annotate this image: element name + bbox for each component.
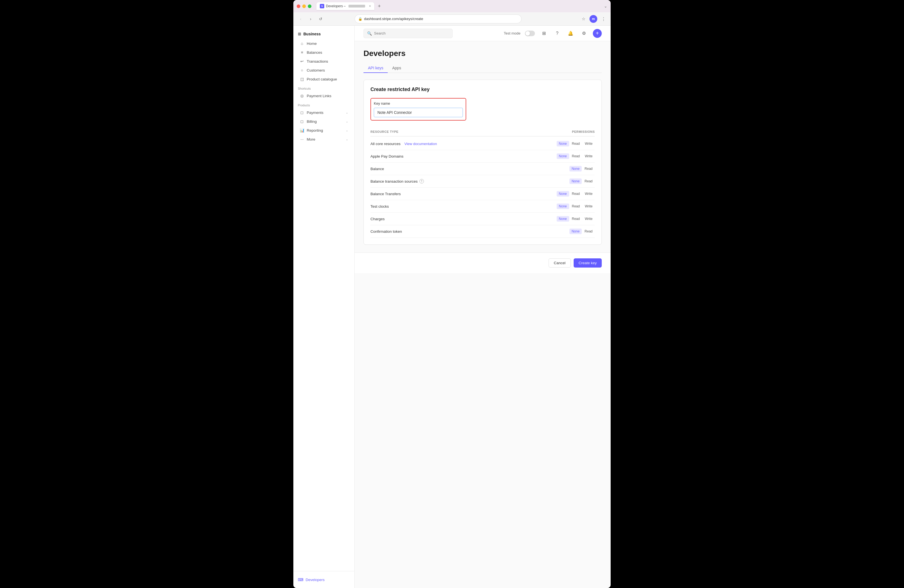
active-tab[interactable]: S Developers – × bbox=[316, 2, 375, 10]
none-button[interactable]: None bbox=[569, 229, 582, 234]
help-icon-button[interactable]: ? bbox=[553, 29, 562, 38]
sidebar-business[interactable]: ⊞ Business bbox=[293, 29, 354, 39]
bookmark-button[interactable]: ☆ bbox=[580, 15, 587, 23]
settings-icon-button[interactable]: ⚙ bbox=[580, 29, 588, 38]
card-title: Create restricted API key bbox=[370, 87, 595, 92]
help-icon[interactable]: ? bbox=[419, 179, 424, 183]
topbar-right: Test mode ⊞ ? 🔔 ⚙ + bbox=[504, 29, 602, 38]
permissions-header: RESOURCE TYPE PERMISSIONS bbox=[370, 127, 595, 136]
write-button[interactable]: Write bbox=[583, 216, 595, 221]
write-button[interactable]: Write bbox=[583, 153, 595, 159]
read-button[interactable]: Read bbox=[570, 141, 582, 147]
billing-icon: ◻ bbox=[299, 119, 305, 123]
forward-button[interactable]: › bbox=[307, 15, 315, 23]
write-button[interactable]: Write bbox=[583, 141, 595, 147]
sidebar-item-payment-links[interactable]: ◎ Payment Links bbox=[295, 92, 352, 100]
new-tab-button[interactable]: + bbox=[375, 2, 383, 10]
sidebar-bottom: ⌨ Developers bbox=[293, 571, 354, 585]
resource-name: Test clocks bbox=[370, 204, 389, 209]
sidebar-item-home[interactable]: ⌂ Home bbox=[295, 39, 352, 47]
tab-close-button[interactable]: × bbox=[369, 4, 371, 8]
sidebar-item-transactions[interactable]: ↩ Transactions bbox=[295, 57, 352, 65]
sidebar-item-payments[interactable]: ◻ Payments ⌄ bbox=[295, 108, 352, 117]
read-button[interactable]: Read bbox=[570, 216, 582, 221]
page-title: Developers bbox=[363, 49, 602, 58]
none-button[interactable]: None bbox=[557, 191, 569, 196]
chevron-down-icon: ⌄ bbox=[346, 129, 348, 132]
view-documentation-link[interactable]: View documentation bbox=[405, 142, 437, 146]
perm-row-balance-transfers: Balance Transfers None Read Write bbox=[370, 188, 595, 200]
url-bar[interactable]: 🔒 dashboard.stripe.com/apikeys/create bbox=[355, 14, 522, 24]
back-button[interactable]: ‹ bbox=[297, 15, 305, 23]
resource-name: Charges bbox=[370, 217, 385, 221]
user-avatar[interactable]: m bbox=[589, 15, 597, 23]
none-button[interactable]: None bbox=[557, 153, 569, 159]
product-icon: ◫ bbox=[299, 77, 305, 81]
chevron-down-icon: ⌄ bbox=[346, 138, 348, 141]
resource-type-header: RESOURCE TYPE bbox=[370, 130, 398, 133]
read-button[interactable]: Read bbox=[570, 191, 582, 196]
perm-row-all-core: All core resources View documentation No… bbox=[370, 138, 595, 150]
sidebar-item-label: Product catalogue bbox=[307, 77, 337, 81]
sidebar-item-developers[interactable]: ⌨ Developers bbox=[293, 575, 354, 585]
write-button[interactable]: Write bbox=[583, 191, 595, 196]
products-label: Products bbox=[293, 100, 354, 108]
read-button[interactable]: Read bbox=[570, 153, 582, 159]
test-mode-toggle[interactable] bbox=[525, 31, 535, 36]
perm-row-balance: Balance None Read bbox=[370, 163, 595, 175]
sidebar-item-billing[interactable]: ◻ Billing ⌄ bbox=[295, 117, 352, 126]
payments-icon: ◻ bbox=[299, 110, 305, 115]
key-name-section: Key name bbox=[370, 98, 595, 120]
resource-name: All core resources View documentation bbox=[370, 142, 437, 146]
perm-controls: None Read bbox=[569, 166, 595, 172]
tab-api-keys[interactable]: API keys bbox=[363, 63, 388, 73]
refresh-button[interactable]: ↺ bbox=[317, 15, 324, 23]
none-button[interactable]: None bbox=[569, 166, 582, 172]
business-icon: ⊞ bbox=[298, 32, 301, 36]
minimize-window-button[interactable] bbox=[302, 5, 306, 8]
search-input[interactable] bbox=[374, 31, 449, 35]
chevron-down-icon: ⌄ bbox=[346, 111, 348, 114]
tab-apps[interactable]: Apps bbox=[388, 63, 406, 73]
search-box[interactable]: 🔍 bbox=[363, 28, 452, 38]
sidebar: ⊞ Business ⌂ Home ≡ Balances ↩ Transacti… bbox=[293, 25, 355, 588]
sidebar-item-more[interactable]: ··· More ⌄ bbox=[295, 135, 352, 143]
balances-icon: ≡ bbox=[299, 50, 305, 55]
tab-favicon: S bbox=[320, 4, 324, 8]
read-button[interactable]: Read bbox=[582, 179, 595, 184]
none-button[interactable]: None bbox=[569, 179, 582, 184]
perm-controls-all-core: None Read Write bbox=[557, 141, 595, 147]
more-options-button[interactable]: ⋮ bbox=[599, 15, 607, 23]
sidebar-item-label: Transactions bbox=[307, 59, 328, 63]
tab-bar: S Developers – × + bbox=[316, 2, 383, 10]
none-button[interactable]: None bbox=[557, 216, 569, 221]
add-button[interactable]: + bbox=[593, 29, 602, 38]
resource-name: Apple Pay Domains bbox=[370, 154, 403, 158]
grid-icon-button[interactable]: ⊞ bbox=[539, 29, 548, 38]
sidebar-item-product-catalogue[interactable]: ◫ Product catalogue bbox=[295, 75, 352, 83]
cancel-button[interactable]: Cancel bbox=[548, 258, 571, 267]
perm-row-charges: Charges None Read Write bbox=[370, 213, 595, 225]
read-button[interactable]: Read bbox=[582, 229, 595, 234]
none-button[interactable]: None bbox=[557, 141, 569, 147]
perm-row-confirmation-token: Confirmation token None Read bbox=[370, 225, 595, 238]
create-key-button[interactable]: Create key bbox=[574, 258, 602, 267]
read-button[interactable]: Read bbox=[582, 166, 595, 172]
window-chevron-icon[interactable]: ⌄ bbox=[604, 4, 607, 8]
developers-icon: ⌨ bbox=[298, 577, 303, 582]
read-button[interactable]: Read bbox=[570, 204, 582, 209]
customers-icon: ○ bbox=[299, 68, 305, 73]
none-button[interactable]: None bbox=[557, 204, 569, 209]
maximize-window-button[interactable] bbox=[308, 5, 311, 8]
sidebar-item-balances[interactable]: ≡ Balances bbox=[295, 48, 352, 57]
transactions-icon: ↩ bbox=[299, 59, 305, 63]
topbar: 🔍 Test mode ⊞ ? 🔔 ⚙ + bbox=[355, 25, 611, 41]
sidebar-item-customers[interactable]: ○ Customers bbox=[295, 66, 352, 74]
sidebar-item-reporting[interactable]: 📊 Reporting ⌄ bbox=[295, 126, 352, 134]
create-key-card: Create restricted API key Key name RESOU… bbox=[363, 80, 602, 245]
write-button[interactable]: Write bbox=[583, 204, 595, 209]
notifications-icon-button[interactable]: 🔔 bbox=[566, 29, 575, 38]
close-window-button[interactable] bbox=[297, 5, 300, 8]
key-name-input[interactable] bbox=[374, 108, 463, 117]
sidebar-item-label: Reporting bbox=[307, 128, 323, 133]
